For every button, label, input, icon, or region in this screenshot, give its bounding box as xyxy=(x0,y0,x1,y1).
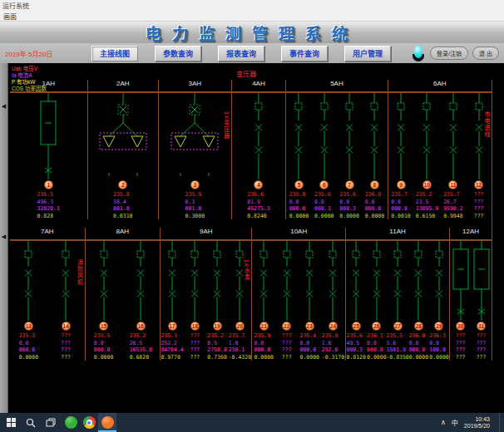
menu-button-2[interactable]: 参数查询 xyxy=(155,46,201,61)
cosphi-value: 0.0000 xyxy=(19,354,38,361)
feeder-number-badge: 2 xyxy=(118,180,127,189)
menu-button-4[interactable]: 事件查询 xyxy=(281,46,328,61)
feeder-22[interactable]: 22???????????? xyxy=(276,241,298,361)
start-button[interactable] xyxy=(2,413,20,432)
login-logout-button[interactable]: 登录/注销 xyxy=(430,47,468,60)
feeder-10[interactable]: 10235.223.513095.90.6150 xyxy=(416,93,438,219)
feeder-25[interactable]: 25235.649.5000.30.8120 xyxy=(346,241,367,361)
power-value: 000.0 xyxy=(94,346,113,354)
feeder-18[interactable]: 18???????????? xyxy=(184,241,205,361)
feeder-name-vertical-label: 1#变压器 xyxy=(222,111,230,140)
feeder-number-badge: 22 xyxy=(282,322,291,331)
cosphi-value: 0.0310 xyxy=(113,213,132,220)
alarm-indicator-icon[interactable] xyxy=(412,45,425,61)
feeder-number-badge: 3 xyxy=(190,180,200,189)
feeder-number-badge: 18 xyxy=(190,322,200,331)
bay-label: 6AH xyxy=(388,80,492,91)
feeder-line-art xyxy=(416,93,437,179)
feeder-27[interactable]: 27235.33.61501.9-0.8350 xyxy=(387,241,408,361)
feeder-line-art xyxy=(387,241,408,321)
feeder-15[interactable]: 15235.50.0000.00.0000 xyxy=(93,241,115,361)
diagram-rows: 1AH 1235.5496.332028.10.8282AH 2235.838.… xyxy=(10,80,492,361)
feeder-1[interactable]: 1235.5496.332028.10.828 xyxy=(37,93,60,219)
feeder-line-art xyxy=(184,241,205,321)
voltage-value: 235.6 xyxy=(339,191,358,199)
feeder-31[interactable]: 31???????????? xyxy=(471,241,492,361)
cosphi-value: 0.0000 xyxy=(254,354,273,361)
feeder-14[interactable]: 14???????????? xyxy=(55,241,77,361)
task-view-button[interactable] xyxy=(42,413,60,432)
voltage-value: 235.9 xyxy=(185,191,205,199)
feeder-24[interactable]: 24235.91.6292.6-0.3170 xyxy=(322,241,344,361)
feeder-11[interactable]: 11235.726.79590.20.9948 xyxy=(442,93,464,219)
menu-button-1[interactable]: 主接线图 xyxy=(91,46,138,61)
feeder-number-badge: 19 xyxy=(213,322,222,331)
power-value: 000.0 xyxy=(409,346,428,354)
cosphi-value: 0.0000 xyxy=(429,354,448,361)
power-value: 292.6 xyxy=(322,346,344,354)
app-chrome-button[interactable] xyxy=(80,413,98,432)
bay-label: 10AH xyxy=(252,228,344,239)
loop-line-art xyxy=(470,241,493,321)
cosphi-value: 0.0000 xyxy=(409,354,428,361)
feeder-2[interactable]: 2235.838.4001.00.0310 xyxy=(96,93,150,219)
feeder-16[interactable]: 16235.226.516535.00.6820 xyxy=(130,241,152,361)
feeder-line-art xyxy=(428,241,450,321)
cosphi-value: ??? xyxy=(474,213,484,220)
feeder-21[interactable]: 21235.90.0000.00.0000 xyxy=(253,241,274,361)
transformer-section-label: 变压器 xyxy=(236,69,256,78)
exit-button[interactable]: 退 出 xyxy=(472,47,499,60)
app-green-button[interactable] xyxy=(62,413,80,432)
feeder-number-badge: 13 xyxy=(24,322,33,331)
feeder-26[interactable]: 26236.10.0000.00.0000 xyxy=(367,241,388,361)
window-titlebar: 运行系统 xyxy=(0,0,504,11)
cosphi-value: 0.9948 xyxy=(443,213,462,220)
current-value: 23.5 xyxy=(416,199,438,206)
show-desktop-button[interactable] xyxy=(499,413,502,432)
bay-label: 12AH xyxy=(450,228,492,239)
current-value: ??? xyxy=(282,340,292,347)
system-tray: ∧ 中 10:43 2019/5/20 xyxy=(441,413,502,432)
feeder-number-badge: 21 xyxy=(259,322,269,331)
feeder-9[interactable]: 9235.70.0000.00.0010 xyxy=(390,93,412,219)
feeder-28[interactable]: 28236.00.0000.00.0000 xyxy=(408,241,429,361)
feeder-30[interactable]: 30???????????? xyxy=(450,241,471,361)
feeder-line-art xyxy=(408,241,429,321)
cosphi-value: 0.0000 xyxy=(289,213,309,220)
toolbar: 2019年 5月20日 主接线图参数查询报表查询事件查询用户管理 登录/注销退 … xyxy=(0,43,504,63)
current-value: 38.4 xyxy=(113,199,132,206)
menu-button-5[interactable]: 用户管理 xyxy=(344,46,391,61)
cosphi-value: 0.6820 xyxy=(130,354,152,361)
feeder-5[interactable]: 5235.80.0000.00.0000 xyxy=(288,93,309,219)
app-orange-button[interactable] xyxy=(98,413,116,432)
feeder-8[interactable]: 8236.80.0000.00.0000 xyxy=(363,93,385,219)
feeder-13[interactable]: 13235.30.0000.00.0000 xyxy=(17,241,39,361)
feeder-name-vertical-label: 市电进线 xyxy=(482,111,491,138)
language-indicator[interactable]: 中 xyxy=(452,418,458,427)
feeder-4[interactable]: 4235.681.945275.30.8240 xyxy=(247,93,269,219)
feeder-number-badge: 27 xyxy=(393,322,403,331)
voltage-value: 235.5 xyxy=(37,191,60,199)
current-value: 496.3 xyxy=(37,199,60,206)
menu-button-3[interactable]: 报表查询 xyxy=(218,46,264,61)
search-button[interactable] xyxy=(22,413,40,432)
feeder-6[interactable]: 6235.60.0000.30.0000 xyxy=(314,93,335,219)
row-top: 1AH 1235.5496.332028.10.8282AH 2235.838.… xyxy=(10,80,492,219)
feeder-line-art xyxy=(288,93,309,179)
app-orange-icon xyxy=(101,416,114,429)
feeder-17[interactable]: 17235.3252.284704.40.9770 xyxy=(161,241,183,361)
feeder-number-badge: 14 xyxy=(62,322,71,331)
taskbar-clock[interactable]: 10:43 2019/5/20 xyxy=(464,416,490,430)
scroll-left-icon[interactable]: ◀ xyxy=(2,233,6,239)
menu-item[interactable]: 画面 xyxy=(3,13,17,21)
feeder-23[interactable]: 23235.40.0000.00.0000 xyxy=(299,241,320,361)
feeder-3[interactable]: 3235.90.3001.00.3000 xyxy=(168,93,221,219)
scroll-left-icon[interactable]: ◀ xyxy=(2,103,6,109)
feeder-7[interactable]: 7235.60.0000.30.0000 xyxy=(338,93,360,219)
voltage-value: 236.0 xyxy=(409,332,428,340)
power-value: 9590.2 xyxy=(443,205,462,213)
tray-expand-icon[interactable]: ∧ xyxy=(441,419,446,426)
voltage-value: 235.7 xyxy=(229,332,251,340)
feeder-29[interactable]: 29236.30.0100.00.0000 xyxy=(429,241,450,361)
feeder-19[interactable]: 19235.20.52758.00.7360 xyxy=(206,241,228,361)
